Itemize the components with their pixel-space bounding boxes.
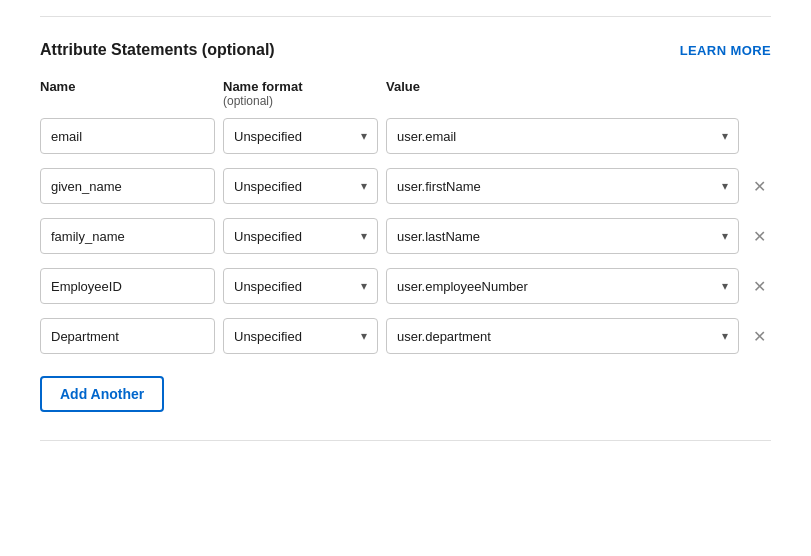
format-select-text-2: Unspecified (234, 179, 302, 194)
remove-button-4[interactable]: ✕ (747, 273, 771, 300)
attribute-row: Unspecified ▾ user.employeeNumber ▾ ✕ (40, 268, 771, 304)
page-container: Attribute Statements (optional) LEARN MO… (0, 0, 811, 556)
col-value-header: Value (386, 79, 420, 94)
value-select-1[interactable]: user.email ▾ (386, 118, 739, 154)
attribute-row: Unspecified ▾ user.firstName ▾ ✕ (40, 168, 771, 204)
format-select-text-1: Unspecified (234, 129, 302, 144)
section-header: Attribute Statements (optional) LEARN MO… (40, 41, 771, 59)
remove-button-5[interactable]: ✕ (747, 323, 771, 350)
format-select-text-4: Unspecified (234, 279, 302, 294)
value-dropdown-arrow-icon-2: ▾ (722, 179, 728, 193)
format-select-4[interactable]: Unspecified ▾ (223, 268, 378, 304)
name-input-5[interactable] (40, 318, 215, 354)
format-select-1[interactable]: Unspecified ▾ (223, 118, 378, 154)
format-select-3[interactable]: Unspecified ▾ (223, 218, 378, 254)
dropdown-arrow-icon-5: ▾ (361, 329, 367, 343)
value-select-4[interactable]: user.employeeNumber ▾ (386, 268, 739, 304)
format-select-2[interactable]: Unspecified ▾ (223, 168, 378, 204)
value-select-2[interactable]: user.firstName ▾ (386, 168, 739, 204)
value-dropdown-arrow-icon-3: ▾ (722, 229, 728, 243)
format-select-text-5: Unspecified (234, 329, 302, 344)
format-select-text-3: Unspecified (234, 229, 302, 244)
value-select-5[interactable]: user.department ▾ (386, 318, 739, 354)
attribute-row: Unspecified ▾ user.email ▾ (40, 118, 771, 154)
name-input-2[interactable] (40, 168, 215, 204)
attribute-row: Unspecified ▾ user.department ▾ ✕ (40, 318, 771, 354)
column-headers: Name Name format (optional) Value (40, 79, 771, 108)
dropdown-arrow-icon-2: ▾ (361, 179, 367, 193)
remove-button-2[interactable]: ✕ (747, 173, 771, 200)
dropdown-arrow-icon-3: ▾ (361, 229, 367, 243)
attribute-row: Unspecified ▾ user.lastName ▾ ✕ (40, 218, 771, 254)
add-another-button[interactable]: Add Another (40, 376, 164, 412)
value-dropdown-arrow-icon-1: ▾ (722, 129, 728, 143)
col-format-header: Name format (optional) (223, 79, 378, 108)
value-select-text-3: user.lastName (397, 229, 480, 244)
bottom-divider (40, 440, 771, 441)
col-name-header: Name (40, 79, 215, 94)
remove-button-3[interactable]: ✕ (747, 223, 771, 250)
format-select-5[interactable]: Unspecified ▾ (223, 318, 378, 354)
value-select-3[interactable]: user.lastName ▾ (386, 218, 739, 254)
name-input-4[interactable] (40, 268, 215, 304)
value-select-text-4: user.employeeNumber (397, 279, 528, 294)
section-title: Attribute Statements (optional) (40, 41, 275, 59)
dropdown-arrow-icon-4: ▾ (361, 279, 367, 293)
top-divider (40, 16, 771, 17)
value-dropdown-arrow-icon-4: ▾ (722, 279, 728, 293)
dropdown-arrow-icon-1: ▾ (361, 129, 367, 143)
value-select-text-1: user.email (397, 129, 456, 144)
value-select-text-5: user.department (397, 329, 491, 344)
value-dropdown-arrow-icon-5: ▾ (722, 329, 728, 343)
attribute-rows-container: Unspecified ▾ user.email ▾ Unspecified ▾… (40, 118, 771, 354)
name-input-3[interactable] (40, 218, 215, 254)
learn-more-link[interactable]: LEARN MORE (680, 43, 771, 58)
name-input-1[interactable] (40, 118, 215, 154)
value-select-text-2: user.firstName (397, 179, 481, 194)
